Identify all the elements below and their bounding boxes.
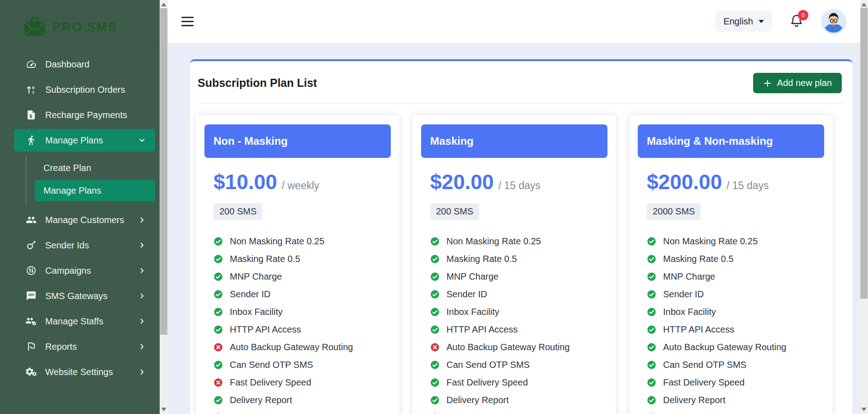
plan-name-banner: Non - Masking xyxy=(204,124,391,158)
plan-card-masking: Masking$20.00/ 15 days200 SMSNon Masking… xyxy=(413,115,616,414)
plan-card-non-masking: Non - Masking$10.00/ weekly200 SMSNon Ma… xyxy=(196,115,399,414)
check-circle-icon xyxy=(430,360,440,370)
sidebar-item-manage-staffs[interactable]: Manage Staffs xyxy=(14,310,155,333)
plan-name: Masking xyxy=(430,135,474,148)
dashboard-icon xyxy=(26,59,37,70)
plan-price-row: $200.00/ 15 days xyxy=(647,170,824,194)
sidebar-item-manage-customers[interactable]: Manage Customers xyxy=(14,209,155,231)
sidebar-item-label: Manage Customers xyxy=(45,215,124,225)
sidebar-nav: Dashboard91Subscription Orders$Recharge … xyxy=(0,45,160,383)
check-circle-icon xyxy=(647,272,656,281)
plus-icon xyxy=(763,79,772,88)
svg-text:1: 1 xyxy=(32,90,34,95)
check-circle-icon xyxy=(647,290,656,299)
feature-label: Sender ID xyxy=(663,289,704,300)
sidebar-item-label: Reports xyxy=(45,342,77,352)
plans-row: Non - Masking$10.00/ weekly200 SMSNon Ma… xyxy=(190,104,853,414)
check-circle-icon xyxy=(647,237,656,246)
x-circle-icon xyxy=(430,343,440,352)
sidebar-item-label: Subscription Orders xyxy=(45,85,125,95)
sidebar-item-label: Manage Staffs xyxy=(45,316,104,327)
sidebar-item-sender-ids[interactable]: Sender Ids xyxy=(14,234,155,257)
sidebar-item-label: Website Settings xyxy=(45,367,113,377)
receipt-icon: $ xyxy=(26,109,37,120)
caret-down-icon xyxy=(759,20,764,23)
topbar: English 0 xyxy=(168,0,860,43)
sidebar-scrollbar[interactable] xyxy=(160,0,168,414)
check-circle-icon xyxy=(430,307,440,317)
plan-name: Non - Masking xyxy=(213,135,288,148)
feature-row: Masking Rate 0.5 xyxy=(430,254,607,264)
feature-label: Inbox Facility xyxy=(230,307,283,317)
plan-name-banner: Masking & Non-masking xyxy=(638,124,824,158)
sidebar-item-subscription-orders[interactable]: 91Subscription Orders xyxy=(14,78,155,101)
feature-row: Delivery Report xyxy=(647,395,824,405)
scroll-down-arrow-icon[interactable] xyxy=(161,408,166,411)
feature-label: Fast Delivery Speed xyxy=(446,377,528,388)
plan-feature-list: Non Masking Rate 0.25Masking Rate 0.5MNP… xyxy=(213,236,391,414)
sidebar-item-campaigns[interactable]: Campaigns xyxy=(14,259,155,282)
page-content: Subscription Plan List Add new plan Non … xyxy=(168,43,860,414)
feature-row: MNP Charge xyxy=(213,271,391,282)
feature-label: Inbox Facility xyxy=(446,307,499,317)
feature-label: Non Masking Rate 0.25 xyxy=(230,236,324,247)
chevron-right-icon xyxy=(138,317,146,325)
feature-label: HTTP API Access xyxy=(446,324,517,335)
check-circle-icon xyxy=(430,378,440,387)
sidebar-item-sms-gateways[interactable]: SMSSMS Gateways xyxy=(14,285,155,307)
sidebar-item-label: Sender Ids xyxy=(45,240,89,251)
feature-label: Fast Delivery Speed xyxy=(663,377,745,388)
feature-row: MNP Charge xyxy=(647,271,824,282)
envelope-logo-icon xyxy=(22,16,48,38)
feature-label: HTTP API Access xyxy=(663,324,734,335)
feature-label: MNP Charge xyxy=(230,271,282,282)
sidebar-scrollbar-thumb[interactable] xyxy=(160,8,167,335)
plan-sms-badge: 200 SMS xyxy=(213,203,262,220)
language-label: English xyxy=(723,16,753,27)
feature-row: HTTP API Access xyxy=(213,324,391,335)
staff-icon xyxy=(26,316,37,327)
user-avatar[interactable] xyxy=(821,9,846,34)
feature-row: Auto Backup Gateway Routing xyxy=(647,342,824,352)
hamburger-menu-icon[interactable] xyxy=(181,17,194,26)
feature-label: HTTP API Access xyxy=(230,324,301,335)
flag-icon xyxy=(26,341,37,352)
scroll-up-arrow-icon[interactable] xyxy=(161,3,166,6)
sidebar-item-reports[interactable]: Reports xyxy=(14,335,155,358)
page-scrollbar[interactable] xyxy=(860,0,868,414)
feature-row: Delivery Report xyxy=(430,395,607,405)
group-icon xyxy=(26,214,37,225)
plan-card-masking-non-masking: Masking & Non-masking$200.00/ 15 days200… xyxy=(629,115,833,414)
plan-name: Masking & Non-masking xyxy=(647,135,773,148)
sidebar-item-manage-plans[interactable]: Manage Plans xyxy=(14,129,155,152)
submenu-item-create-plan[interactable]: Create Plan xyxy=(35,157,155,179)
plan-period: / 15 days xyxy=(726,180,768,192)
main-area: English 0 xyxy=(168,0,860,414)
sidebar-item-website-settings[interactable]: Website Settings xyxy=(14,361,155,383)
add-new-plan-button[interactable]: Add new plan xyxy=(753,73,842,93)
chevron-right-icon xyxy=(138,292,146,300)
notifications-button[interactable]: 0 xyxy=(789,14,804,30)
page-scrollbar-thumb[interactable] xyxy=(860,8,868,299)
feature-label: Fast Delivery Speed xyxy=(230,377,311,388)
sidebar-item-label: Campaigns xyxy=(45,266,91,276)
check-circle-icon xyxy=(213,237,223,246)
check-circle-icon xyxy=(213,272,223,281)
feature-row: Sender ID xyxy=(430,289,607,300)
plan-price-row: $20.00/ 15 days xyxy=(430,170,607,194)
check-circle-icon xyxy=(430,272,440,281)
scroll-down-arrow-icon[interactable] xyxy=(861,408,867,411)
sidebar-item-recharge-payments[interactable]: $Recharge Payments xyxy=(14,104,155,126)
feature-row: Delivery Report xyxy=(213,395,391,405)
feature-label: Auto Backup Gateway Routing xyxy=(230,342,353,352)
x-circle-icon xyxy=(213,378,223,387)
check-circle-icon xyxy=(647,378,656,387)
plan-sms-badge: 200 SMS xyxy=(430,203,479,220)
app-logo[interactable]: PRO SMS xyxy=(0,0,160,43)
scroll-up-arrow-icon[interactable] xyxy=(861,3,867,6)
sidebar-item-dashboard[interactable]: Dashboard xyxy=(14,53,155,76)
plan-period: / 15 days xyxy=(498,180,541,192)
svg-text:$: $ xyxy=(29,114,32,119)
submenu-item-manage-plans[interactable]: Manage Plans xyxy=(35,180,155,201)
language-selector[interactable]: English xyxy=(715,11,772,32)
